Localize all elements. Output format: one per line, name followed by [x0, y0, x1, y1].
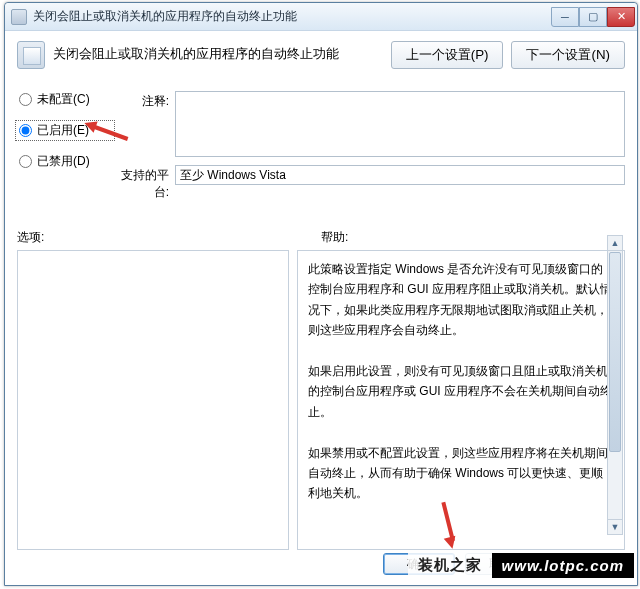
scroll-thumb[interactable]: [609, 252, 621, 452]
platform-label: 支持的平台:: [113, 165, 169, 201]
policy-icon: [17, 41, 45, 69]
policy-title: 关闭会阻止或取消关机的应用程序的自动终止功能: [53, 41, 391, 63]
titlebar: 关闭会阻止或取消关机的应用程序的自动终止功能 ─ ▢ ✕: [5, 3, 637, 31]
supported-platform-field: [175, 165, 625, 185]
comment-textarea[interactable]: [175, 91, 625, 157]
window-title: 关闭会阻止或取消关机的应用程序的自动终止功能: [33, 8, 551, 25]
close-button[interactable]: ✕: [607, 7, 635, 27]
watermark: 装机之家 www.lotpc.com: [408, 552, 634, 579]
radio-not-configured-input[interactable]: [19, 93, 32, 106]
next-setting-button[interactable]: 下一个设置(N): [511, 41, 625, 69]
radio-disabled-input[interactable]: [19, 155, 32, 168]
maximize-button[interactable]: ▢: [579, 7, 607, 27]
help-scrollbar[interactable]: ▲ ▼: [607, 235, 623, 535]
scroll-up-icon[interactable]: ▲: [608, 236, 622, 251]
options-label: 选项:: [17, 229, 321, 246]
scroll-down-icon[interactable]: ▼: [608, 519, 622, 534]
radio-enabled[interactable]: 已启用(E): [17, 122, 113, 139]
radio-not-configured[interactable]: 未配置(C): [17, 91, 113, 108]
radio-enabled-input[interactable]: [19, 124, 32, 137]
options-panel: [17, 250, 289, 550]
minimize-button[interactable]: ─: [551, 7, 579, 27]
watermark-cn: 装机之家: [408, 552, 492, 579]
radio-disabled[interactable]: 已禁用(D): [17, 153, 113, 170]
comment-label: 注释:: [113, 91, 169, 157]
window-icon: [11, 9, 27, 25]
help-panel: 此策略设置指定 Windows 是否允许没有可见顶级窗口的控制台应用程序和 GU…: [297, 250, 625, 550]
help-label: 帮助:: [321, 229, 625, 246]
previous-setting-button[interactable]: 上一个设置(P): [391, 41, 504, 69]
watermark-en: www.lotpc.com: [492, 553, 634, 578]
